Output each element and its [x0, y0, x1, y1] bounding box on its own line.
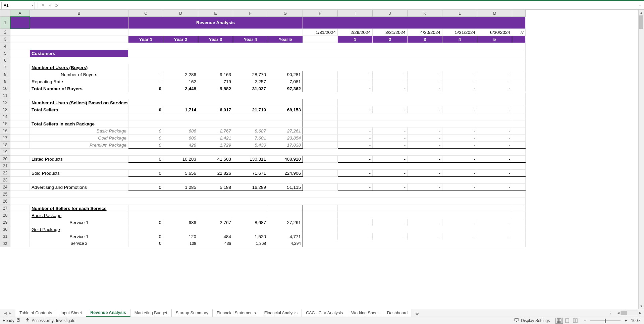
cell[interactable] — [10, 99, 30, 106]
cell-date[interactable]: 4/30/2024 — [408, 29, 442, 36]
cell-value[interactable]: 4,771 — [268, 233, 303, 240]
row-header[interactable]: 9 — [0, 78, 10, 85]
cell-value[interactable]: - — [338, 127, 373, 134]
cell-value[interactable]: - — [477, 71, 512, 78]
cell[interactable] — [10, 170, 30, 177]
cell-value[interactable]: - — [408, 71, 442, 78]
cell[interactable] — [10, 134, 30, 142]
cancel-icon[interactable]: ✕ — [39, 2, 47, 9]
cell[interactable] — [512, 184, 526, 191]
cell[interactable] — [303, 36, 338, 43]
zoom-out-button[interactable]: − — [583, 318, 588, 323]
sheet-tab[interactable]: Dashboard — [383, 309, 412, 317]
year-header[interactable]: Year 1 — [128, 36, 163, 43]
cell-date[interactable]: 5/31/2024 — [442, 29, 477, 36]
year-header[interactable]: Year 3 — [198, 36, 233, 43]
row-header[interactable]: 29 — [0, 219, 10, 226]
cell-date[interactable]: 3/31/2024 — [373, 29, 408, 36]
cell-value[interactable]: - — [477, 184, 512, 191]
cell-value[interactable]: 1,520 — [233, 233, 268, 240]
row-header[interactable]: 16 — [0, 127, 10, 134]
cell[interactable] — [10, 198, 526, 205]
cell-value[interactable]: - — [408, 184, 442, 191]
cell[interactable] — [512, 226, 526, 233]
row-header[interactable]: 30 — [0, 226, 10, 233]
cell[interactable] — [268, 226, 303, 233]
cell[interactable] — [268, 205, 303, 212]
cell[interactable] — [10, 177, 526, 184]
cell-value[interactable]: - — [477, 233, 512, 240]
cell-value[interactable]: 162 — [163, 78, 198, 85]
cell-value[interactable]: - — [338, 142, 373, 149]
row-header[interactable]: 32 — [0, 240, 10, 247]
row-header[interactable]: 28 — [0, 212, 10, 219]
cell[interactable] — [512, 142, 526, 149]
cell[interactable] — [303, 134, 338, 142]
cell[interactable] — [10, 57, 526, 64]
cell[interactable] — [10, 50, 30, 57]
cell-value[interactable]: 10,283 — [163, 156, 198, 163]
cell-value[interactable]: 27,261 — [268, 219, 303, 226]
cell-value[interactable]: - — [373, 184, 408, 191]
label-sold[interactable]: Sold Products — [30, 170, 128, 177]
row-header[interactable]: 23 — [0, 177, 10, 184]
label-premium-pkg[interactable]: Premium Package — [30, 142, 128, 149]
cell-value[interactable]: - — [442, 156, 477, 163]
month-header[interactable]: 1 — [338, 36, 373, 43]
row-header[interactable]: 31 — [0, 233, 10, 240]
cell[interactable] — [10, 92, 526, 99]
column-header[interactable]: L — [442, 10, 477, 17]
cell-value[interactable]: - — [477, 219, 512, 226]
enter-icon[interactable]: ✓ — [47, 2, 54, 9]
cell-value[interactable]: - — [373, 127, 408, 134]
scroll-thumb[interactable] — [639, 15, 643, 29]
sheet-tab[interactable]: CAC - CLV Analysis — [302, 309, 347, 317]
cell[interactable] — [10, 219, 30, 226]
cell-value[interactable]: - — [338, 134, 373, 142]
column-header[interactable]: M — [477, 10, 512, 17]
cell-value[interactable]: 8,687 — [233, 219, 268, 226]
cell-value[interactable]: - — [408, 233, 442, 240]
cell-value[interactable]: - — [442, 106, 477, 113]
cell-value[interactable]: - — [338, 85, 373, 92]
cell[interactable] — [30, 17, 128, 29]
cell[interactable] — [128, 205, 268, 212]
cell[interactable] — [10, 205, 30, 212]
cell[interactable] — [303, 113, 338, 120]
label-service2[interactable]: Service 2 — [30, 240, 128, 247]
cell-value[interactable]: 7,601 — [233, 134, 268, 142]
cell-value[interactable]: 23,854 — [268, 134, 303, 142]
cell[interactable] — [303, 184, 338, 191]
cell[interactable] — [10, 43, 526, 50]
cell-value[interactable]: - — [442, 142, 477, 149]
label-gold-pkg[interactable]: Gold Package — [30, 134, 128, 142]
cell-value[interactable]: 8,687 — [233, 127, 268, 134]
accessibility-icon[interactable] — [25, 318, 30, 323]
cell-value[interactable]: 428 — [163, 142, 198, 149]
cell[interactable] — [268, 212, 303, 219]
cell[interactable] — [128, 50, 526, 57]
cell[interactable] — [10, 120, 30, 127]
cell-value[interactable]: 0 — [128, 106, 163, 113]
cell[interactable] — [338, 212, 512, 219]
label-service1b[interactable]: Service 1 — [30, 233, 128, 240]
column-header[interactable]: K — [408, 10, 442, 17]
column-header[interactable]: H — [303, 10, 338, 17]
label-basic-pkg[interactable]: Basic Package — [30, 127, 128, 134]
cell-value[interactable]: 5,188 — [198, 184, 233, 191]
cell-value[interactable]: - — [408, 170, 442, 177]
cell-value[interactable]: 224,906 — [268, 170, 303, 177]
zoom-level[interactable]: 100% — [631, 318, 641, 323]
cell-value[interactable]: - — [442, 184, 477, 191]
column-header[interactable]: E — [198, 10, 233, 17]
cell[interactable] — [10, 226, 30, 233]
cell-value[interactable]: 22,826 — [198, 170, 233, 177]
row-header[interactable]: 1 — [0, 17, 10, 29]
cell[interactable] — [10, 64, 30, 71]
cell[interactable] — [303, 170, 338, 177]
cell-value[interactable]: - — [338, 71, 373, 78]
cell-value[interactable]: - — [442, 71, 477, 78]
cell-value[interactable]: - — [442, 85, 477, 92]
cell[interactable] — [10, 191, 526, 198]
cell-value[interactable]: 108 — [163, 240, 198, 247]
